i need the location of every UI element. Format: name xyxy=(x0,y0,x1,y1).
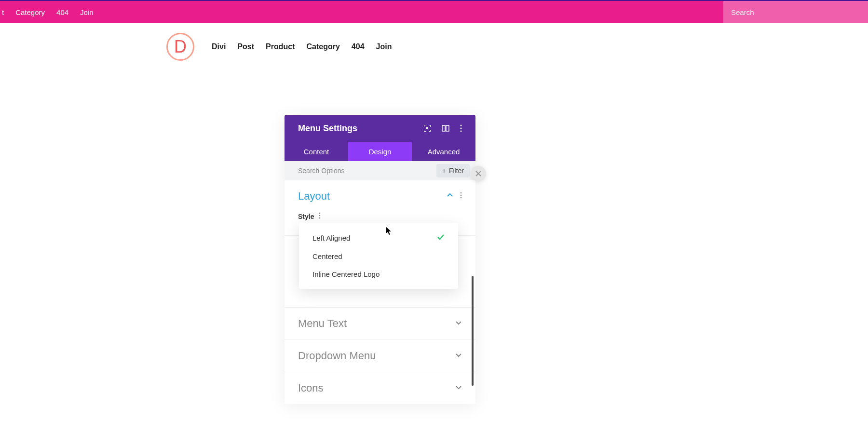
modal-header[interactable]: Menu Settings xyxy=(285,115,475,142)
focus-icon[interactable] xyxy=(423,124,431,132)
close-modal-button[interactable] xyxy=(471,166,486,181)
topbar-item-404[interactable]: 404 xyxy=(56,8,68,16)
nav-link-join[interactable]: Join xyxy=(376,42,392,51)
svg-point-11 xyxy=(461,125,462,126)
svg-rect-5 xyxy=(424,130,424,132)
search-options-input[interactable] xyxy=(298,167,436,175)
tab-content[interactable]: Content xyxy=(285,142,348,161)
top-pink-bar: t Category 404 Join xyxy=(0,0,868,23)
section-icons[interactable]: Icons xyxy=(285,372,475,404)
section-layout-title: Layout xyxy=(298,190,330,203)
svg-point-15 xyxy=(461,195,462,196)
svg-point-13 xyxy=(461,131,462,132)
close-icon xyxy=(475,170,482,177)
topbar-item-category[interactable]: Category xyxy=(15,8,45,16)
topbar-item-join[interactable]: Join xyxy=(80,8,94,16)
nav-link-product[interactable]: Product xyxy=(266,42,295,51)
columns-icon[interactable] xyxy=(442,124,449,132)
option-label: Left Aligned xyxy=(312,234,350,242)
svg-rect-8 xyxy=(426,127,428,129)
section-dropdown-menu[interactable]: Dropdown Menu xyxy=(285,339,475,372)
option-label: Inline Centered Logo xyxy=(312,270,380,278)
filter-label: Filter xyxy=(449,167,464,175)
style-option-centered[interactable]: Centered xyxy=(299,247,458,265)
svg-rect-10 xyxy=(446,125,449,131)
modal-header-icons xyxy=(423,124,462,132)
nav-link-404[interactable]: 404 xyxy=(352,42,365,51)
section-icons-title: Icons xyxy=(298,382,324,394)
filter-button[interactable]: + Filter xyxy=(436,164,470,177)
topbar-search-wrap xyxy=(723,1,868,23)
modal-scrollbar[interactable] xyxy=(472,276,474,386)
topbar-search-input[interactable] xyxy=(731,8,868,16)
section-dropdown-menu-title: Dropdown Menu xyxy=(298,350,376,362)
search-options-row: + Filter xyxy=(285,161,475,180)
tab-design[interactable]: Design xyxy=(348,142,412,161)
topbar-item-t[interactable]: t xyxy=(2,8,4,16)
chevron-down-icon xyxy=(455,384,462,393)
tab-advanced[interactable]: Advanced xyxy=(412,142,475,161)
style-option-left-aligned[interactable]: Left Aligned xyxy=(299,229,458,247)
section-kebab-icon[interactable] xyxy=(460,192,462,201)
style-label-row: Style xyxy=(298,212,462,221)
svg-point-12 xyxy=(461,128,462,129)
svg-point-18 xyxy=(319,215,321,217)
topbar-links: t Category 404 Join xyxy=(0,8,94,16)
svg-point-14 xyxy=(461,192,462,194)
collapsed-sections: Menu Text Dropdown Menu Icons xyxy=(285,307,475,404)
svg-point-17 xyxy=(319,213,321,214)
nav-link-category[interactable]: Category xyxy=(306,42,339,51)
section-menu-text[interactable]: Menu Text xyxy=(285,307,475,339)
divi-logo[interactable]: D xyxy=(166,33,194,61)
nav-link-post[interactable]: Post xyxy=(237,42,254,51)
style-option-inline-centered-logo[interactable]: Inline Centered Logo xyxy=(299,265,458,283)
main-nav-links: Divi Post Product Category 404 Join xyxy=(212,42,392,51)
svg-rect-9 xyxy=(442,125,445,131)
modal-title: Menu Settings xyxy=(298,123,357,134)
svg-point-16 xyxy=(461,197,462,199)
modal-tabs: Content Design Advanced xyxy=(285,142,475,161)
nav-link-divi[interactable]: Divi xyxy=(212,42,226,51)
style-dropdown: Left Aligned Centered Inline Centered Lo… xyxy=(299,223,458,289)
chevron-up-icon[interactable] xyxy=(447,192,453,201)
svg-rect-3 xyxy=(430,125,431,127)
plus-icon: + xyxy=(442,167,446,175)
check-icon xyxy=(437,233,445,243)
style-label: Style xyxy=(298,213,314,220)
kebab-icon[interactable] xyxy=(460,124,462,132)
chevron-down-icon xyxy=(455,319,462,328)
chevron-down-icon xyxy=(455,352,462,360)
option-label: Centered xyxy=(312,252,342,260)
section-controls xyxy=(447,192,462,201)
svg-rect-7 xyxy=(430,130,431,132)
svg-rect-1 xyxy=(424,125,424,127)
main-nav: D Divi Post Product Category 404 Join xyxy=(0,23,868,70)
svg-point-19 xyxy=(319,217,321,219)
style-kebab-icon[interactable] xyxy=(319,212,321,221)
section-layout-head[interactable]: Layout xyxy=(285,180,475,212)
section-menu-text-title: Menu Text xyxy=(298,317,347,330)
